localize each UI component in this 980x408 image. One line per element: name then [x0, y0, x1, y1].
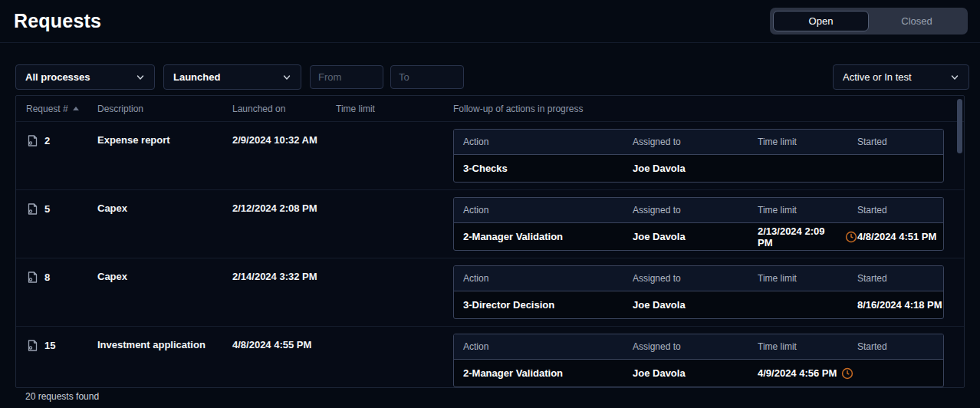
request-time-limit — [336, 190, 453, 202]
request-launched-on: 2/14/2024 3:32 PM — [232, 258, 336, 282]
actions-subtable-body: 2-Manager Validation Joe Davola 4/9/2024… — [454, 360, 943, 387]
vertical-scrollbar[interactable] — [956, 97, 962, 387]
request-time-limit — [336, 258, 453, 271]
process-instance-icon — [26, 202, 39, 216]
results-count: 20 requests found — [25, 391, 99, 402]
table-row[interactable]: 8 Capex 2/14/2024 3:32 PM Action Assigne… — [16, 258, 964, 326]
request-number: 5 — [44, 203, 50, 215]
actions-subtable-body: 3-Checks Joe Davola — [454, 155, 943, 182]
sort-ascending-icon — [73, 107, 79, 110]
actions-subtable-header: Action Assigned to Time limit Started — [454, 334, 943, 360]
toggle-open-button[interactable]: Open — [773, 11, 869, 31]
process-instance-icon — [26, 134, 39, 147]
table-row[interactable]: 2 Expense report 2/9/2024 10:32 AM Actio… — [16, 121, 964, 189]
overdue-clock-icon — [841, 367, 853, 380]
action-row[interactable]: 2-Manager Validation Joe Davola 4/9/2024… — [454, 360, 943, 387]
status-filter-select[interactable]: Active or In test — [833, 64, 969, 90]
request-number-cell[interactable]: 8 — [26, 258, 97, 284]
sub-column-time-limit: Time limit — [758, 341, 857, 352]
chevron-down-icon — [282, 73, 291, 82]
request-number-cell[interactable]: 5 — [26, 190, 97, 216]
request-number-cell[interactable]: 15 — [26, 327, 97, 352]
action-assigned-to: Joe Davola — [633, 299, 758, 311]
action-row[interactable]: 3-Checks Joe Davola — [454, 155, 943, 182]
sub-column-time-limit: Time limit — [758, 273, 857, 284]
date-field-filter-value: Launched — [173, 71, 220, 83]
sub-column-action: Action — [463, 205, 633, 216]
request-number: 8 — [44, 271, 50, 283]
to-date-field-wrap — [390, 65, 464, 89]
action-started: 8/16/2024 4:18 PM — [857, 299, 943, 311]
filter-bar: All processes Launched Active or In test — [0, 43, 980, 95]
request-number: 2 — [44, 135, 50, 146]
table-row[interactable]: 15 Investment application 4/8/2024 4:55 … — [16, 326, 964, 388]
sub-column-action: Action — [463, 341, 633, 352]
actions-subtable: Action Assigned to Time limit Started 2-… — [453, 197, 944, 251]
open-closed-toggle: Open Closed — [770, 8, 968, 35]
process-instance-icon — [26, 271, 39, 284]
from-date-field-wrap — [310, 65, 383, 89]
action-started: 4/8/2024 4:51 PM — [857, 231, 943, 242]
action-assigned-to: Joe Davola — [633, 163, 758, 174]
actions-subtable: Action Assigned to Time limit Started 3-… — [453, 129, 944, 183]
overdue-clock-icon — [845, 231, 857, 243]
sub-column-action: Action — [463, 137, 633, 147]
chevron-down-icon — [136, 73, 145, 82]
request-launched-on: 4/8/2024 4:55 PM — [232, 327, 336, 350]
sub-column-started: Started — [857, 341, 943, 352]
actions-subtable: Action Assigned to Time limit Started 3-… — [453, 265, 944, 319]
sub-column-action: Action — [463, 273, 633, 284]
actions-subtable-body: 3-Director Decision Joe Davola 8/16/2024… — [454, 291, 943, 318]
action-name: 3-Checks — [463, 163, 633, 174]
request-description: Expense report — [97, 122, 232, 146]
process-instance-icon — [26, 339, 39, 352]
sub-column-assigned-to: Assigned to — [633, 205, 758, 216]
actions-subtable-header: Action Assigned to Time limit Started — [454, 130, 943, 155]
action-time-limit: 2/13/2024 2:09 PM — [758, 225, 840, 248]
sub-column-assigned-to: Assigned to — [633, 341, 758, 352]
to-date-input[interactable] — [399, 71, 455, 83]
requests-table-header: Request # Description Launched on Time l… — [16, 96, 964, 121]
request-description: Capex — [97, 258, 232, 282]
from-date-input[interactable] — [318, 71, 375, 83]
request-number: 15 — [44, 340, 55, 351]
action-assigned-to: Joe Davola — [633, 367, 758, 379]
request-launched-on: 2/12/2024 2:08 PM — [232, 190, 336, 214]
sub-column-started: Started — [857, 273, 943, 284]
action-name: 2-Manager Validation — [463, 367, 633, 379]
sub-column-started: Started — [857, 137, 943, 147]
actions-subtable-body: 2-Manager Validation Joe Davola 2/13/202… — [454, 223, 943, 250]
request-description: Investment application — [97, 327, 232, 350]
actions-subtable-header: Action Assigned to Time limit Started — [454, 266, 943, 291]
request-number-cell[interactable]: 2 — [26, 122, 97, 147]
chevron-down-icon — [950, 73, 959, 82]
sub-column-started: Started — [857, 205, 943, 216]
sub-column-time-limit: Time limit — [758, 137, 857, 147]
action-time-limit: 4/9/2024 4:56 PM — [758, 367, 837, 379]
process-filter-value: All processes — [25, 71, 90, 83]
status-filter-value: Active or In test — [843, 71, 912, 83]
scrollbar-thumb[interactable] — [957, 99, 962, 153]
column-header-launched-on[interactable]: Launched on — [232, 104, 336, 114]
action-row[interactable]: 2-Manager Validation Joe Davola 2/13/202… — [454, 223, 943, 250]
requests-table: Request # Description Launched on Time l… — [15, 95, 965, 388]
page-header: Requests Open Closed — [0, 0, 980, 43]
actions-subtable: Action Assigned to Time limit Started 2-… — [453, 334, 944, 387]
column-header-time-limit[interactable]: Time limit — [336, 104, 453, 114]
column-header-description[interactable]: Description — [97, 104, 232, 114]
action-assigned-to: Joe Davola — [633, 231, 758, 242]
requests-table-body: 2 Expense report 2/9/2024 10:32 AM Actio… — [16, 121, 964, 388]
sub-column-assigned-to: Assigned to — [633, 137, 758, 147]
sub-column-time-limit: Time limit — [758, 205, 857, 216]
request-time-limit — [336, 122, 453, 134]
toggle-closed-button[interactable]: Closed — [869, 11, 965, 31]
action-name: 2-Manager Validation — [463, 231, 633, 242]
table-row[interactable]: 5 Capex 2/12/2024 2:08 PM Action Assigne… — [16, 189, 964, 258]
request-launched-on: 2/9/2024 10:32 AM — [232, 122, 336, 146]
action-row[interactable]: 3-Director Decision Joe Davola 8/16/2024… — [454, 291, 943, 318]
date-field-filter-select[interactable]: Launched — [163, 64, 301, 90]
action-name: 3-Director Decision — [463, 299, 633, 311]
process-filter-select[interactable]: All processes — [15, 64, 155, 90]
column-header-follow-up[interactable]: Follow-up of actions in progress — [453, 104, 964, 114]
column-header-request-number[interactable]: Request # — [26, 104, 97, 114]
